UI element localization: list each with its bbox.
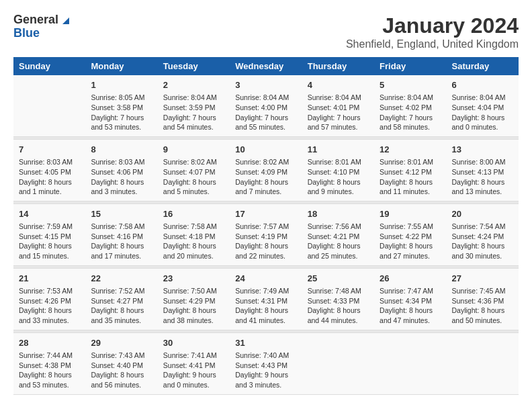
day-number: 11 — [308, 144, 369, 156]
day-cell — [13, 75, 85, 136]
day-info: Sunrise: 8:04 AMSunset: 4:00 PMDaylight:… — [235, 93, 296, 132]
day-cell: 2Sunrise: 8:04 AMSunset: 3:59 PMDaylight… — [158, 75, 230, 136]
day-info: Sunrise: 7:40 AMSunset: 4:43 PMDaylight:… — [235, 351, 296, 390]
day-cell: 16Sunrise: 7:58 AMSunset: 4:18 PMDayligh… — [158, 203, 230, 265]
day-number: 2 — [163, 79, 224, 91]
day-number: 21 — [19, 273, 80, 285]
day-cell: 15Sunrise: 7:58 AMSunset: 4:16 PMDayligh… — [85, 203, 157, 265]
column-header-friday: Friday — [374, 57, 446, 75]
day-cell: 6Sunrise: 8:04 AMSunset: 4:04 PMDaylight… — [447, 75, 519, 136]
day-info: Sunrise: 7:57 AMSunset: 4:19 PMDaylight:… — [235, 222, 296, 261]
day-info: Sunrise: 7:52 AMSunset: 4:27 PMDaylight:… — [91, 286, 152, 326]
column-header-wednesday: Wednesday — [230, 57, 302, 75]
day-cell: 23Sunrise: 7:50 AMSunset: 4:29 PMDayligh… — [158, 268, 230, 330]
day-info: Sunrise: 7:55 AMSunset: 4:22 PMDaylight:… — [380, 222, 441, 261]
day-info: Sunrise: 7:47 AMSunset: 4:34 PMDaylight:… — [380, 286, 441, 326]
day-cell: 28Sunrise: 7:44 AMSunset: 4:38 PMDayligh… — [13, 332, 85, 394]
calendar-table: SundayMondayTuesdayWednesdayThursdayFrid… — [13, 57, 519, 395]
day-info: Sunrise: 7:58 AMSunset: 4:16 PMDaylight:… — [91, 222, 152, 261]
day-info: Sunrise: 8:01 AMSunset: 4:10 PMDaylight:… — [308, 157, 369, 197]
svg-marker-0 — [62, 17, 69, 24]
day-number: 16 — [163, 208, 224, 220]
week-row-2: 7Sunrise: 8:03 AMSunset: 4:05 PMDaylight… — [13, 139, 519, 201]
day-cell: 25Sunrise: 7:48 AMSunset: 4:33 PMDayligh… — [302, 268, 374, 330]
day-cell: 7Sunrise: 8:03 AMSunset: 4:05 PMDaylight… — [13, 139, 85, 201]
day-info: Sunrise: 8:01 AMSunset: 4:12 PMDaylight:… — [380, 157, 441, 197]
day-number: 25 — [308, 273, 369, 285]
day-info: Sunrise: 8:03 AMSunset: 4:06 PMDaylight:… — [91, 157, 152, 197]
day-cell: 8Sunrise: 8:03 AMSunset: 4:06 PMDaylight… — [85, 139, 157, 201]
day-info: Sunrise: 7:59 AMSunset: 4:15 PMDaylight:… — [19, 222, 80, 261]
week-row-5: 28Sunrise: 7:44 AMSunset: 4:38 PMDayligh… — [13, 332, 519, 394]
day-number: 31 — [235, 337, 296, 349]
day-info: Sunrise: 7:44 AMSunset: 4:38 PMDaylight:… — [19, 351, 80, 390]
day-cell: 4Sunrise: 8:04 AMSunset: 4:01 PMDaylight… — [302, 75, 374, 136]
day-cell: 12Sunrise: 8:01 AMSunset: 4:12 PMDayligh… — [374, 139, 446, 201]
day-number: 5 — [380, 79, 441, 91]
day-cell: 18Sunrise: 7:56 AMSunset: 4:21 PMDayligh… — [302, 203, 374, 265]
day-cell: 21Sunrise: 7:53 AMSunset: 4:26 PMDayligh… — [13, 268, 85, 330]
page-header: General Blue January 2024 Shenfield, Eng… — [13, 13, 519, 50]
day-info: Sunrise: 7:56 AMSunset: 4:21 PMDaylight:… — [308, 222, 369, 261]
month-title: January 2024 — [346, 13, 519, 38]
day-info: Sunrise: 7:54 AMSunset: 4:24 PMDaylight:… — [452, 222, 513, 261]
week-row-3: 14Sunrise: 7:59 AMSunset: 4:15 PMDayligh… — [13, 203, 519, 265]
day-number: 8 — [91, 144, 152, 156]
day-cell — [302, 332, 374, 394]
day-number: 23 — [163, 273, 224, 285]
day-cell: 22Sunrise: 7:52 AMSunset: 4:27 PMDayligh… — [85, 268, 157, 330]
day-number: 28 — [19, 337, 80, 349]
day-cell: 11Sunrise: 8:01 AMSunset: 4:10 PMDayligh… — [302, 139, 374, 201]
day-number: 1 — [91, 79, 152, 91]
day-info: Sunrise: 7:43 AMSunset: 4:40 PMDaylight:… — [91, 351, 152, 390]
column-header-thursday: Thursday — [302, 57, 374, 75]
title-section: January 2024 Shenfield, England, United … — [346, 13, 519, 50]
day-number: 20 — [452, 208, 513, 220]
day-info: Sunrise: 8:04 AMSunset: 4:02 PMDaylight:… — [380, 93, 441, 132]
day-number: 4 — [308, 79, 369, 91]
day-number: 10 — [235, 144, 296, 156]
day-number: 29 — [91, 337, 152, 349]
day-number: 15 — [91, 208, 152, 220]
day-cell: 24Sunrise: 7:49 AMSunset: 4:31 PMDayligh… — [230, 268, 302, 330]
day-number: 19 — [380, 208, 441, 220]
day-cell: 30Sunrise: 7:41 AMSunset: 4:41 PMDayligh… — [158, 332, 230, 394]
day-cell: 19Sunrise: 7:55 AMSunset: 4:22 PMDayligh… — [374, 203, 446, 265]
day-cell: 27Sunrise: 7:45 AMSunset: 4:36 PMDayligh… — [447, 268, 519, 330]
day-info: Sunrise: 8:05 AMSunset: 3:58 PMDaylight:… — [91, 93, 152, 132]
day-number: 22 — [91, 273, 152, 285]
day-number: 26 — [380, 273, 441, 285]
day-info: Sunrise: 7:45 AMSunset: 4:36 PMDaylight:… — [452, 286, 513, 326]
day-info: Sunrise: 7:48 AMSunset: 4:33 PMDaylight:… — [308, 286, 369, 326]
week-row-1: 1Sunrise: 8:05 AMSunset: 3:58 PMDaylight… — [13, 75, 519, 136]
day-number: 12 — [380, 144, 441, 156]
day-info: Sunrise: 8:02 AMSunset: 4:09 PMDaylight:… — [235, 157, 296, 197]
column-header-saturday: Saturday — [447, 57, 519, 75]
day-cell: 5Sunrise: 8:04 AMSunset: 4:02 PMDaylight… — [374, 75, 446, 136]
day-cell: 9Sunrise: 8:02 AMSunset: 4:07 PMDaylight… — [158, 139, 230, 201]
day-cell: 31Sunrise: 7:40 AMSunset: 4:43 PMDayligh… — [230, 332, 302, 394]
day-number: 17 — [235, 208, 296, 220]
day-info: Sunrise: 8:02 AMSunset: 4:07 PMDaylight:… — [163, 157, 224, 197]
day-cell — [447, 332, 519, 394]
logo: General Blue — [13, 13, 71, 40]
day-info: Sunrise: 8:04 AMSunset: 4:01 PMDaylight:… — [308, 93, 369, 132]
day-info: Sunrise: 7:41 AMSunset: 4:41 PMDaylight:… — [163, 351, 224, 390]
column-header-tuesday: Tuesday — [158, 57, 230, 75]
day-number: 7 — [19, 144, 80, 156]
day-cell: 14Sunrise: 7:59 AMSunset: 4:15 PMDayligh… — [13, 203, 85, 265]
day-number: 6 — [452, 79, 513, 91]
day-number: 24 — [235, 273, 296, 285]
header-row: SundayMondayTuesdayWednesdayThursdayFrid… — [13, 57, 519, 75]
column-header-sunday: Sunday — [13, 57, 85, 75]
day-cell: 29Sunrise: 7:43 AMSunset: 4:40 PMDayligh… — [85, 332, 157, 394]
day-info: Sunrise: 8:04 AMSunset: 4:04 PMDaylight:… — [452, 93, 513, 132]
column-header-monday: Monday — [85, 57, 157, 75]
day-cell: 20Sunrise: 7:54 AMSunset: 4:24 PMDayligh… — [447, 203, 519, 265]
day-number: 27 — [452, 273, 513, 285]
day-cell: 1Sunrise: 8:05 AMSunset: 3:58 PMDaylight… — [85, 75, 157, 136]
day-cell: 10Sunrise: 8:02 AMSunset: 4:09 PMDayligh… — [230, 139, 302, 201]
week-row-4: 21Sunrise: 7:53 AMSunset: 4:26 PMDayligh… — [13, 268, 519, 330]
day-cell: 13Sunrise: 8:00 AMSunset: 4:13 PMDayligh… — [447, 139, 519, 201]
day-cell: 26Sunrise: 7:47 AMSunset: 4:34 PMDayligh… — [374, 268, 446, 330]
